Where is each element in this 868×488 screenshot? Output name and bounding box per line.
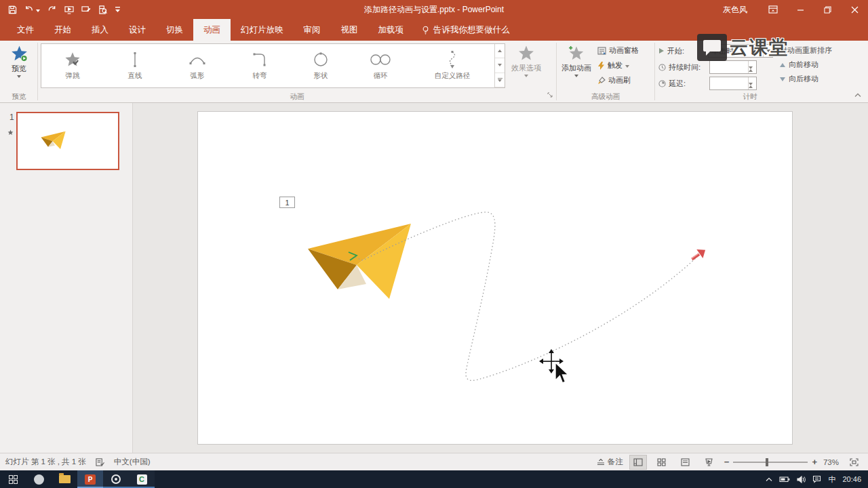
taskbar-app-recorder[interactable] bbox=[103, 470, 129, 488]
gallery-more-icon[interactable] bbox=[495, 73, 505, 87]
tab-insert[interactable]: 插入 bbox=[81, 19, 119, 41]
quick-access-toolbar bbox=[0, 5, 121, 14]
tab-review[interactable]: 审阅 bbox=[294, 19, 331, 41]
account-name[interactable]: 灰色风 bbox=[723, 4, 747, 16]
tray-volume-icon[interactable] bbox=[797, 476, 806, 483]
start-dropdown[interactable]: 单击时 bbox=[708, 44, 773, 58]
print-preview-icon[interactable] bbox=[98, 5, 107, 14]
gallery-item-loops[interactable]: 循环 bbox=[351, 44, 410, 87]
redo-icon[interactable] bbox=[47, 5, 57, 14]
tab-home[interactable]: 开始 bbox=[44, 19, 81, 41]
gallery-scroll-up-icon[interactable] bbox=[495, 44, 505, 58]
add-animation-button[interactable]: 添加动画 bbox=[557, 41, 595, 92]
zoom-slider-handle[interactable] bbox=[766, 458, 768, 466]
taskbar-app-powerpoint[interactable]: P bbox=[77, 470, 103, 488]
preview-star-icon bbox=[10, 45, 28, 62]
tray-ime-indicator[interactable]: 中 bbox=[828, 474, 835, 485]
reading-view-button[interactable] bbox=[677, 455, 694, 470]
fit-slide-to-window-icon[interactable] bbox=[845, 455, 863, 470]
gallery-scroll-down-icon[interactable] bbox=[495, 58, 505, 73]
duration-input[interactable] bbox=[709, 60, 757, 74]
minimize-button[interactable] bbox=[787, 0, 814, 19]
close-button[interactable] bbox=[841, 0, 868, 19]
delay-input[interactable] bbox=[709, 77, 757, 90]
save-icon[interactable] bbox=[8, 5, 17, 14]
start-dropdown-caret-icon[interactable] bbox=[763, 45, 772, 57]
gallery-item-custom-path[interactable]: 自定义路径 bbox=[410, 44, 494, 87]
normal-view-button[interactable] bbox=[629, 455, 647, 470]
language-indicator[interactable]: 中文(中国) bbox=[114, 457, 151, 467]
gallery-item-shapes[interactable]: 形状 bbox=[291, 44, 351, 87]
slide-thumbnail[interactable] bbox=[16, 112, 119, 170]
effect-options-star-icon bbox=[517, 45, 535, 62]
tray-clock[interactable]: 20:46 bbox=[842, 475, 861, 483]
effect-options-button[interactable]: 效果选项 bbox=[505, 41, 547, 92]
slide-thumbnail-panel[interactable]: 1 bbox=[0, 103, 133, 453]
group-animation: 弹跳 直线 弧形 转弯 bbox=[39, 41, 555, 102]
ribbon-display-options-icon[interactable] bbox=[760, 0, 787, 19]
slide-canvas[interactable]: 1 bbox=[133, 103, 868, 453]
slideshow-view-button[interactable] bbox=[701, 455, 718, 470]
animation-group-label: 动画 bbox=[39, 92, 555, 102]
mouse-move-cursor bbox=[539, 349, 574, 387]
motion-path-end-icon bbox=[689, 246, 708, 265]
taskbar-app-explorer[interactable] bbox=[52, 470, 77, 488]
turns-path-icon bbox=[251, 49, 269, 70]
tab-slideshow[interactable]: 幻灯片放映 bbox=[231, 19, 294, 41]
tray-action-center-icon[interactable] bbox=[812, 475, 821, 483]
move-earlier-button[interactable]: 向前移动 bbox=[780, 60, 832, 70]
presenter-view-icon[interactable] bbox=[81, 5, 91, 14]
animation-indicator-star-icon[interactable] bbox=[7, 126, 14, 138]
arcs-path-icon bbox=[188, 49, 207, 70]
start-button[interactable] bbox=[0, 470, 26, 488]
zoom-out-button[interactable]: − bbox=[724, 457, 730, 467]
duration-value bbox=[710, 61, 748, 73]
tab-view[interactable]: 视图 bbox=[331, 19, 368, 41]
animation-pane-button[interactable]: 动画窗格 bbox=[595, 44, 641, 57]
animation-dialog-launcher-icon[interactable] bbox=[547, 89, 553, 101]
taskbar-app-c[interactable]: C bbox=[129, 470, 155, 488]
tab-addins[interactable]: 加载项 bbox=[368, 19, 414, 41]
preview-group-label: 预览 bbox=[1, 92, 37, 102]
gallery-item-turns[interactable]: 转弯 bbox=[229, 44, 291, 87]
gallery-item-bounce[interactable]: 弹跳 bbox=[41, 44, 104, 87]
restore-button[interactable] bbox=[814, 0, 841, 19]
animation-painter-button[interactable]: 动画刷 bbox=[595, 74, 641, 87]
powerpoint-window: 添加路径动画与设置.pptx - PowerPoint 灰色风 文件 开始 插入… bbox=[0, 0, 868, 488]
undo-icon[interactable] bbox=[24, 5, 40, 14]
move-later-button[interactable]: 向后移动 bbox=[780, 74, 832, 84]
trigger-button[interactable]: 触发 bbox=[595, 59, 641, 72]
tab-design[interactable]: 设计 bbox=[119, 19, 156, 41]
tab-animations[interactable]: 动画 bbox=[193, 19, 231, 41]
timing-group-label: 计时 bbox=[656, 92, 844, 102]
trigger-lightning-icon bbox=[597, 62, 605, 70]
collapse-ribbon-icon[interactable] bbox=[854, 88, 861, 100]
slide-sorter-view-button[interactable] bbox=[653, 455, 671, 470]
notes-toggle[interactable]: 备注 bbox=[597, 457, 623, 467]
gallery-item-arcs[interactable]: 弧形 bbox=[166, 44, 229, 87]
preview-button[interactable]: 预览 bbox=[1, 41, 37, 92]
tray-battery-icon[interactable] bbox=[779, 476, 790, 483]
group-timing: 开始: 单击时 持续时间: 延迟: bbox=[656, 41, 844, 102]
motion-path[interactable] bbox=[198, 112, 792, 444]
zoom-percentage[interactable]: 73% bbox=[823, 458, 839, 466]
motion-path-start-icon bbox=[347, 250, 359, 262]
zoom-slider[interactable] bbox=[733, 462, 808, 463]
tray-show-hidden-icon[interactable] bbox=[766, 477, 772, 482]
workspace: 1 1 bbox=[0, 103, 868, 453]
gallery-item-lines[interactable]: 直线 bbox=[104, 44, 166, 87]
loops-path-icon bbox=[369, 49, 392, 70]
start-slideshow-icon[interactable] bbox=[64, 5, 74, 14]
tab-transitions[interactable]: 切换 bbox=[156, 19, 193, 41]
tell-me-box[interactable]: 告诉我你想要做什么 bbox=[414, 19, 518, 41]
gallery-scrollbar bbox=[494, 44, 505, 87]
taskbar-app-chat[interactable] bbox=[26, 470, 52, 488]
advanced-animation-group-label: 高级动画 bbox=[557, 92, 654, 102]
zoom-in-button[interactable]: + bbox=[812, 457, 817, 467]
chat-app-icon bbox=[34, 474, 44, 485]
customize-qat-icon[interactable] bbox=[115, 6, 121, 13]
move-later-label: 向后移动 bbox=[789, 74, 818, 84]
slide[interactable]: 1 bbox=[198, 112, 792, 444]
tab-file[interactable]: 文件 bbox=[7, 19, 44, 41]
spell-check-icon[interactable] bbox=[96, 458, 104, 466]
